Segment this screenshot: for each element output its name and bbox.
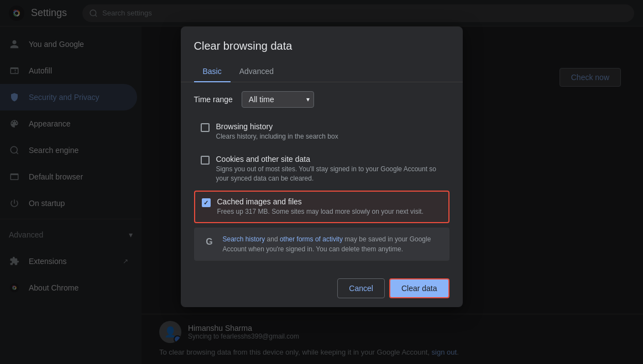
cached-images-item: Cached images and files Frees up 317 MB.… [194,191,449,223]
dialog-tabs: Basic Advanced [181,61,463,82]
cookies-title: Cookies and other site data [216,155,443,163]
dialog-body: Time range Last hour Last 24 hours Last … [181,82,463,270]
clear-browsing-data-dialog: Clear browsing data Basic Advanced Time … [181,27,463,307]
dialog-title: Clear browsing data [181,40,463,61]
tab-advanced[interactable]: Advanced [231,61,283,82]
google-icon: G [203,235,216,249]
clear-data-button[interactable]: Clear data [389,278,449,298]
dialog-overlay: Clear browsing data Basic Advanced Time … [0,0,643,364]
search-history-link[interactable]: Search history [223,235,265,243]
time-range-select-wrapper[interactable]: Last hour Last 24 hours Last 7 days Last… [242,91,314,108]
cookies-desc: Signs you out of most sites. You'll stay… [216,165,443,183]
browsing-history-desc: Clears history, including in the search … [216,132,443,141]
google-info-text: Search history and other forms of activi… [223,234,441,254]
time-range-row: Time range Last hour Last 24 hours Last … [194,91,449,108]
browsing-history-checkbox[interactable] [201,123,210,132]
google-info-box: G Search history and other forms of acti… [194,228,449,261]
cached-images-checkbox[interactable] [202,198,211,207]
time-range-select[interactable]: Last hour Last 24 hours Last 7 days Last… [242,91,314,108]
cached-images-text: Cached images and files Frees up 317 MB.… [217,197,442,217]
browsing-history-text: Browsing history Clears history, includi… [216,122,443,141]
tab-basic[interactable]: Basic [194,61,231,82]
browsing-history-title: Browsing history [216,122,443,131]
cookies-checkbox[interactable] [201,156,210,165]
time-range-label: Time range [194,95,233,104]
cached-images-desc: Frees up 317 MB. Some sites may load mor… [217,207,442,217]
cookies-text: Cookies and other site data Signs you ou… [216,155,443,183]
cached-images-title: Cached images and files [217,197,442,206]
cookies-item: Cookies and other site data Signs you ou… [194,149,449,189]
dialog-footer: Cancel Clear data [181,270,463,307]
browsing-history-item: Browsing history Clears history, includi… [194,117,449,147]
other-activity-link[interactable]: other forms of activity [280,235,343,243]
cancel-button[interactable]: Cancel [337,278,385,298]
